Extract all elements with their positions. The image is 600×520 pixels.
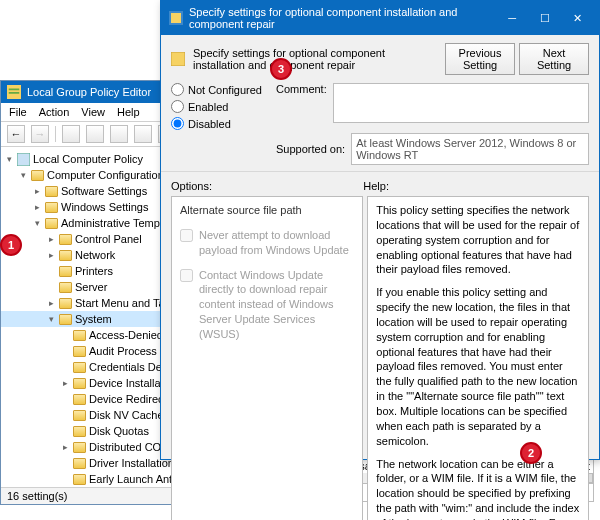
toolbar-forward-button[interactable]: → <box>31 125 49 143</box>
close-button[interactable]: ✕ <box>564 9 591 27</box>
folder-icon <box>73 378 86 389</box>
tree-spacer <box>61 395 70 404</box>
tree-node-label: Printers <box>75 263 113 279</box>
dialog-header: Specify settings for optional component … <box>161 35 599 172</box>
tree-node-label: Server <box>75 279 107 295</box>
dialog-body: Options: Help: Alternate source file pat… <box>161 172 599 520</box>
tree-spacer <box>61 475 70 484</box>
maximize-button[interactable]: ☐ <box>532 9 559 27</box>
tree-node-label: Software Settings <box>61 183 147 199</box>
folder-icon <box>59 282 72 293</box>
folder-icon <box>31 170 44 181</box>
gpe-title-text: Local Group Policy Editor <box>27 86 151 98</box>
tree-node-label: Computer Configuration <box>47 167 164 183</box>
chevron-down-icon[interactable]: ▾ <box>47 315 56 324</box>
folder-icon <box>73 474 86 485</box>
policy-dialog: Specify settings for optional component … <box>160 0 600 460</box>
chevron-right-icon[interactable]: ▸ <box>47 299 56 308</box>
tree-spacer <box>61 427 70 436</box>
next-setting-button[interactable]: Next Setting <box>519 43 589 75</box>
help-paragraph: If you enable this policy setting and sp… <box>376 285 580 448</box>
folder-icon <box>59 250 72 261</box>
menu-action[interactable]: Action <box>39 106 70 118</box>
chevron-right-icon[interactable]: ▸ <box>61 443 70 452</box>
comment-textarea[interactable] <box>333 83 589 123</box>
tree-node-label: Windows Settings <box>61 199 148 215</box>
radio-not-configured[interactable]: Not Configured <box>171 83 262 96</box>
folder-icon <box>73 426 86 437</box>
folder-icon <box>73 442 86 453</box>
help-pane[interactable]: This policy setting specifies the networ… <box>367 196 589 520</box>
folder-icon <box>45 218 58 229</box>
dialog-icon <box>169 11 183 25</box>
tree-spacer <box>61 411 70 420</box>
help-label: Help: <box>363 178 589 196</box>
radio-enabled[interactable]: Enabled <box>171 100 262 113</box>
chevron-right-icon[interactable]: ▸ <box>47 235 56 244</box>
state-radio-group: Not Configured Enabled Disabled <box>171 83 262 130</box>
dialog-titlebar[interactable]: Specify settings for optional component … <box>161 1 599 35</box>
chevron-down-icon[interactable]: ▾ <box>5 155 14 164</box>
menu-view[interactable]: View <box>81 106 105 118</box>
chevron-right-icon[interactable]: ▸ <box>47 251 56 260</box>
folder-icon <box>73 346 86 357</box>
chevron-down-icon[interactable]: ▾ <box>33 219 42 228</box>
options-pane: Alternate source file path Never attempt… <box>171 196 363 520</box>
previous-setting-button[interactable]: Previous Setting <box>445 43 515 75</box>
policy-root-icon <box>17 153 30 166</box>
toolbar-help-button[interactable] <box>134 125 152 143</box>
tree-node-label: Distributed COM <box>89 439 170 455</box>
folder-icon <box>59 234 72 245</box>
folder-icon <box>73 394 86 405</box>
checkbox-never-download[interactable]: Never attempt to download payload from W… <box>180 228 354 258</box>
folder-icon <box>73 330 86 341</box>
tree-spacer <box>61 331 70 340</box>
tree-node-label: Disk NV Cache <box>89 407 164 423</box>
alt-source-label: Alternate source file path <box>180 203 354 218</box>
folder-icon <box>59 298 72 309</box>
folder-icon <box>45 186 58 197</box>
svg-rect-6 <box>171 52 185 66</box>
tree-spacer <box>61 459 70 468</box>
menu-file[interactable]: File <box>9 106 27 118</box>
chevron-right-icon[interactable]: ▸ <box>33 187 42 196</box>
comment-label: Comment: <box>276 83 327 95</box>
toolbar-back-button[interactable]: ← <box>7 125 25 143</box>
folder-icon <box>73 362 86 373</box>
menu-help[interactable]: Help <box>117 106 140 118</box>
dialog-title-text: Specify settings for optional component … <box>189 6 487 30</box>
tree-spacer <box>61 363 70 372</box>
chevron-right-icon[interactable]: ▸ <box>61 379 70 388</box>
gpe-status-text: 16 setting(s) <box>7 490 68 502</box>
chevron-right-icon[interactable]: ▸ <box>33 203 42 212</box>
toolbar-folder-button[interactable] <box>62 125 80 143</box>
checkbox-contact-wu[interactable]: Contact Windows Update directly to downl… <box>180 268 354 342</box>
tree-node-label: Network <box>75 247 115 263</box>
annotation-badge-2: 2 <box>520 442 542 464</box>
supported-on-box: At least Windows Server 2012, Windows 8 … <box>351 133 589 165</box>
tree-spacer <box>61 347 70 356</box>
svg-rect-3 <box>17 153 30 166</box>
folder-icon <box>59 266 72 277</box>
folder-icon <box>73 410 86 421</box>
dialog-heading: Specify settings for optional component … <box>193 47 437 71</box>
minimize-button[interactable]: ─ <box>499 9 526 27</box>
svg-rect-2 <box>9 92 20 94</box>
svg-rect-1 <box>9 89 20 91</box>
radio-disabled[interactable]: Disabled <box>171 117 262 130</box>
tree-node-label: Control Panel <box>75 231 142 247</box>
tree-spacer <box>47 283 56 292</box>
policy-icon <box>171 52 185 66</box>
annotation-badge-3: 3 <box>270 58 292 80</box>
supported-label: Supported on: <box>276 143 345 155</box>
annotation-badge-1: 1 <box>0 234 22 256</box>
toolbar-export-button[interactable] <box>110 125 128 143</box>
chevron-down-icon[interactable]: ▾ <box>19 171 28 180</box>
toolbar-refresh-button[interactable] <box>86 125 104 143</box>
tree-node-label: Disk Quotas <box>89 423 149 439</box>
folder-icon <box>59 314 72 325</box>
tree-root-label: Local Computer Policy <box>33 151 143 167</box>
options-label: Options: <box>171 178 363 196</box>
svg-rect-5 <box>171 13 181 23</box>
gpe-app-icon <box>7 85 21 99</box>
